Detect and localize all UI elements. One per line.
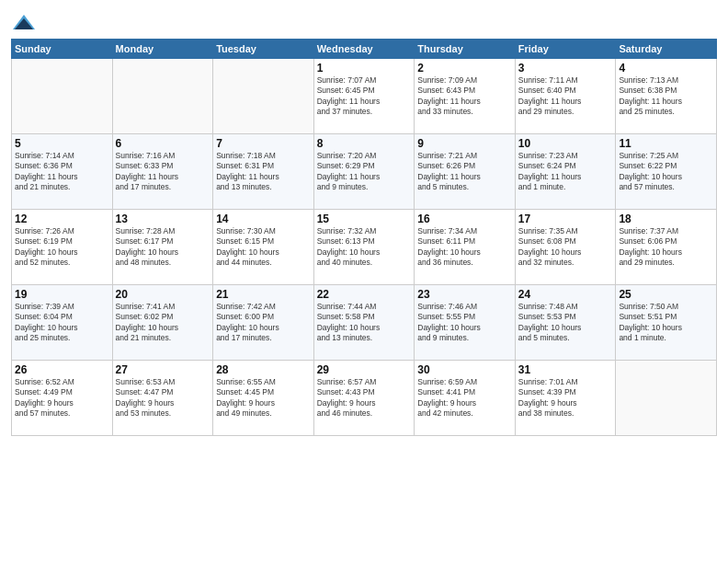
weekday-header-saturday: Saturday <box>616 40 717 59</box>
calendar-empty-cell <box>112 59 213 134</box>
day-info: Sunrise: 7:25 AM Sunset: 6:22 PM Dayligh… <box>619 151 713 193</box>
day-number: 8 <box>317 137 412 150</box>
day-info: Sunrise: 7:48 AM Sunset: 5:53 PM Dayligh… <box>518 302 613 344</box>
day-info: Sunrise: 7:14 AM Sunset: 6:36 PM Dayligh… <box>15 151 109 193</box>
day-number: 15 <box>317 213 412 225</box>
day-number: 20 <box>116 288 210 301</box>
day-number: 24 <box>518 288 613 301</box>
day-number: 17 <box>518 213 613 225</box>
header <box>11 9 717 33</box>
weekday-header-tuesday: Tuesday <box>213 40 314 59</box>
calendar-day-19: 19Sunrise: 7:39 AM Sunset: 6:04 PM Dayli… <box>12 285 113 361</box>
calendar-week-row: 19Sunrise: 7:39 AM Sunset: 6:04 PM Dayli… <box>12 285 717 361</box>
day-number: 30 <box>417 363 512 376</box>
calendar-day-6: 6Sunrise: 7:16 AM Sunset: 6:33 PM Daylig… <box>112 134 213 210</box>
day-info: Sunrise: 7:35 AM Sunset: 6:08 PM Dayligh… <box>518 226 613 269</box>
calendar-day-18: 18Sunrise: 7:37 AM Sunset: 6:06 PM Dayli… <box>616 210 717 285</box>
day-number: 13 <box>116 213 210 225</box>
calendar-day-22: 22Sunrise: 7:44 AM Sunset: 5:58 PM Dayli… <box>313 285 415 361</box>
calendar-week-row: 5Sunrise: 7:14 AM Sunset: 6:36 PM Daylig… <box>12 134 717 210</box>
calendar-day-12: 12Sunrise: 7:26 AM Sunset: 6:19 PM Dayli… <box>12 210 113 285</box>
calendar-day-28: 28Sunrise: 6:55 AM Sunset: 4:45 PM Dayli… <box>213 361 314 436</box>
day-info: Sunrise: 7:09 AM Sunset: 6:43 PM Dayligh… <box>417 75 512 118</box>
calendar-day-3: 3Sunrise: 7:11 AM Sunset: 6:40 PM Daylig… <box>515 59 616 134</box>
day-info: Sunrise: 7:41 AM Sunset: 6:02 PM Dayligh… <box>116 302 210 344</box>
calendar-day-30: 30Sunrise: 6:59 AM Sunset: 4:41 PM Dayli… <box>415 361 516 436</box>
day-info: Sunrise: 7:37 AM Sunset: 6:06 PM Dayligh… <box>619 226 713 269</box>
calendar-empty-cell <box>213 59 314 134</box>
calendar-table: SundayMondayTuesdayWednesdayThursdayFrid… <box>11 39 717 436</box>
weekday-header-friday: Friday <box>515 40 616 59</box>
calendar-day-10: 10Sunrise: 7:23 AM Sunset: 6:24 PM Dayli… <box>515 134 616 210</box>
calendar-week-row: 1Sunrise: 7:07 AM Sunset: 6:45 PM Daylig… <box>12 59 717 134</box>
day-info: Sunrise: 6:59 AM Sunset: 4:41 PM Dayligh… <box>417 377 512 419</box>
day-number: 1 <box>317 62 412 75</box>
day-number: 12 <box>15 213 109 225</box>
calendar-week-row: 12Sunrise: 7:26 AM Sunset: 6:19 PM Dayli… <box>12 210 717 285</box>
day-number: 28 <box>216 363 311 376</box>
calendar-week-row: 26Sunrise: 6:52 AM Sunset: 4:49 PM Dayli… <box>12 361 717 436</box>
day-number: 2 <box>417 62 512 75</box>
day-info: Sunrise: 7:42 AM Sunset: 6:00 PM Dayligh… <box>216 302 311 344</box>
day-number: 4 <box>619 62 713 75</box>
day-number: 23 <box>417 288 512 301</box>
calendar-day-29: 29Sunrise: 6:57 AM Sunset: 4:43 PM Dayli… <box>313 361 415 436</box>
calendar-day-11: 11Sunrise: 7:25 AM Sunset: 6:22 PM Dayli… <box>616 134 717 210</box>
day-info: Sunrise: 7:18 AM Sunset: 6:31 PM Dayligh… <box>216 151 311 193</box>
day-info: Sunrise: 7:21 AM Sunset: 6:26 PM Dayligh… <box>417 151 512 193</box>
day-number: 5 <box>15 137 109 150</box>
day-number: 14 <box>216 213 311 225</box>
calendar-day-5: 5Sunrise: 7:14 AM Sunset: 6:36 PM Daylig… <box>12 134 113 210</box>
day-info: Sunrise: 7:46 AM Sunset: 5:55 PM Dayligh… <box>417 302 512 344</box>
calendar-day-31: 31Sunrise: 7:01 AM Sunset: 4:39 PM Dayli… <box>515 361 616 436</box>
day-info: Sunrise: 7:32 AM Sunset: 6:13 PM Dayligh… <box>317 226 412 269</box>
calendar-day-2: 2Sunrise: 7:09 AM Sunset: 6:43 PM Daylig… <box>415 59 516 134</box>
day-number: 19 <box>15 288 109 301</box>
calendar-day-24: 24Sunrise: 7:48 AM Sunset: 5:53 PM Dayli… <box>515 285 616 361</box>
calendar-day-20: 20Sunrise: 7:41 AM Sunset: 6:02 PM Dayli… <box>112 285 213 361</box>
day-info: Sunrise: 6:55 AM Sunset: 4:45 PM Dayligh… <box>216 377 311 419</box>
day-number: 25 <box>619 288 713 301</box>
calendar-day-7: 7Sunrise: 7:18 AM Sunset: 6:31 PM Daylig… <box>213 134 314 210</box>
day-info: Sunrise: 7:34 AM Sunset: 6:11 PM Dayligh… <box>417 226 512 269</box>
calendar-day-1: 1Sunrise: 7:07 AM Sunset: 6:45 PM Daylig… <box>313 59 415 134</box>
day-number: 9 <box>417 137 512 150</box>
day-number: 21 <box>216 288 311 301</box>
calendar-day-25: 25Sunrise: 7:50 AM Sunset: 5:51 PM Dayli… <box>616 285 717 361</box>
calendar-day-4: 4Sunrise: 7:13 AM Sunset: 6:38 PM Daylig… <box>616 59 717 134</box>
day-number: 22 <box>317 288 412 301</box>
weekday-header-sunday: Sunday <box>12 40 113 59</box>
day-number: 11 <box>619 137 713 150</box>
calendar-day-21: 21Sunrise: 7:42 AM Sunset: 6:00 PM Dayli… <box>213 285 314 361</box>
calendar-day-16: 16Sunrise: 7:34 AM Sunset: 6:11 PM Dayli… <box>415 210 516 285</box>
day-info: Sunrise: 7:11 AM Sunset: 6:40 PM Dayligh… <box>518 75 613 118</box>
weekday-header-wednesday: Wednesday <box>313 40 415 59</box>
day-info: Sunrise: 7:13 AM Sunset: 6:38 PM Dayligh… <box>619 75 713 118</box>
page: SundayMondayTuesdayWednesdayThursdayFrid… <box>0 0 728 563</box>
calendar-day-14: 14Sunrise: 7:30 AM Sunset: 6:15 PM Dayli… <box>213 210 314 285</box>
day-info: Sunrise: 6:53 AM Sunset: 4:47 PM Dayligh… <box>116 377 210 419</box>
day-info: Sunrise: 6:52 AM Sunset: 4:49 PM Dayligh… <box>15 377 109 419</box>
day-info: Sunrise: 6:57 AM Sunset: 4:43 PM Dayligh… <box>317 377 412 419</box>
calendar-day-15: 15Sunrise: 7:32 AM Sunset: 6:13 PM Dayli… <box>313 210 415 285</box>
calendar-day-17: 17Sunrise: 7:35 AM Sunset: 6:08 PM Dayli… <box>515 210 616 285</box>
day-info: Sunrise: 7:01 AM Sunset: 4:39 PM Dayligh… <box>518 377 613 419</box>
day-info: Sunrise: 7:26 AM Sunset: 6:19 PM Dayligh… <box>15 226 109 269</box>
logo <box>11 13 39 33</box>
day-info: Sunrise: 7:30 AM Sunset: 6:15 PM Dayligh… <box>216 226 311 269</box>
calendar-day-23: 23Sunrise: 7:46 AM Sunset: 5:55 PM Dayli… <box>415 285 516 361</box>
day-info: Sunrise: 7:23 AM Sunset: 6:24 PM Dayligh… <box>518 151 613 193</box>
day-info: Sunrise: 7:44 AM Sunset: 5:58 PM Dayligh… <box>317 302 412 344</box>
day-number: 29 <box>317 363 412 376</box>
calendar-empty-cell <box>12 59 113 134</box>
day-info: Sunrise: 7:39 AM Sunset: 6:04 PM Dayligh… <box>15 302 109 344</box>
day-number: 18 <box>619 213 713 225</box>
day-number: 16 <box>417 213 512 225</box>
calendar-day-9: 9Sunrise: 7:21 AM Sunset: 6:26 PM Daylig… <box>415 134 516 210</box>
calendar-day-27: 27Sunrise: 6:53 AM Sunset: 4:47 PM Dayli… <box>112 361 213 436</box>
weekday-header-row: SundayMondayTuesdayWednesdayThursdayFrid… <box>12 40 717 59</box>
weekday-header-thursday: Thursday <box>415 40 516 59</box>
day-number: 10 <box>518 137 613 150</box>
day-number: 6 <box>116 137 210 150</box>
day-number: 7 <box>216 137 311 150</box>
